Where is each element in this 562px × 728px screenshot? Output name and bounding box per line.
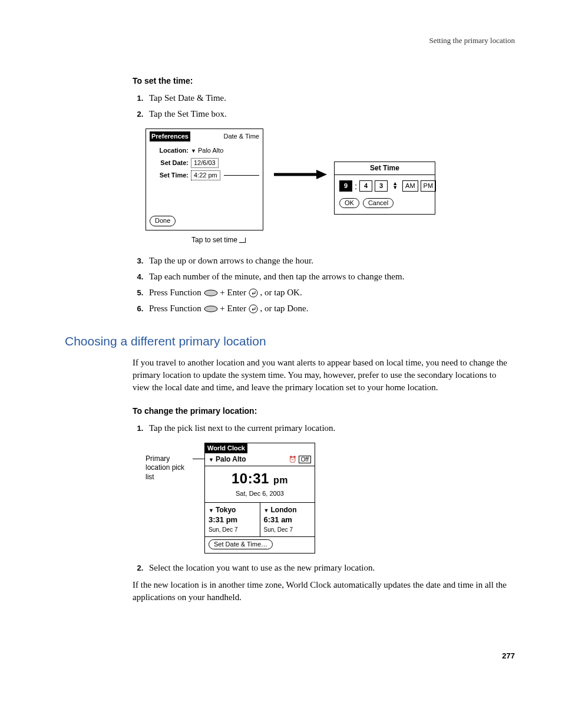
- function-key-icon: [204, 289, 218, 297]
- figure-caption: Tap to set time: [191, 235, 515, 245]
- minute-ones[interactable]: 3: [375, 180, 388, 192]
- setdate-label: Set Date:: [150, 159, 189, 167]
- city2-time: 6:31 am: [264, 515, 312, 525]
- step-2: Tap the Set Time box.: [146, 108, 515, 120]
- city1-picklist[interactable]: ▼ Tokyo: [209, 505, 256, 515]
- alarm-off[interactable]: ⏰ Off: [289, 455, 311, 464]
- step-1: Tap Set Date & Time.: [146, 92, 515, 104]
- step-1b: Tap the pick list next to the current pr…: [146, 422, 515, 434]
- pm-button[interactable]: PM: [421, 180, 437, 192]
- callout-label: Primary location pick list: [146, 454, 193, 482]
- step-6: Press Function + Enter , or tap Done.: [146, 302, 515, 315]
- world-clock-screen: World Clock ▼ Palo Alto ⏰ Off 10:31 pm S…: [204, 443, 315, 554]
- section2-para: If you travel to another location and yo…: [133, 357, 515, 394]
- primary-date: Sat, Dec 6, 2003: [205, 489, 315, 498]
- city2-date: Sun, Dec 7: [264, 526, 312, 534]
- minute-tens[interactable]: 4: [359, 180, 372, 192]
- cancel-button[interactable]: Cancel: [363, 198, 394, 208]
- preferences-screen: Preferences Date & Time Location: ▼ Palo…: [146, 129, 263, 230]
- settime-box[interactable]: 4:22 pm: [191, 170, 220, 180]
- enter-key-icon: [249, 304, 258, 314]
- dropdown-icon[interactable]: ▼: [191, 147, 196, 155]
- pointer-line: [224, 175, 259, 176]
- set-time-dialog: Set Time 9 : 4 3 ▲▼ AM PM OK Cancel: [334, 162, 435, 215]
- set-time-title: Set Time: [335, 162, 435, 175]
- figure-world-clock: Primary location pick list World Clock ▼…: [146, 443, 515, 554]
- city1-date: Sun, Dec 7: [209, 526, 256, 534]
- setdate-box[interactable]: 12/6/03: [191, 158, 219, 168]
- preferences-category[interactable]: Date & Time: [223, 132, 259, 141]
- step-4: Tap each number of the minute, and then …: [146, 271, 515, 283]
- hour-field[interactable]: 9: [339, 180, 352, 192]
- page-header-right: Setting the primary location: [65, 35, 515, 46]
- primary-time: 10:31 pm: [205, 469, 315, 489]
- svg-point-3: [249, 289, 257, 297]
- page-number: 277: [65, 651, 515, 661]
- location-value[interactable]: Palo Alto: [198, 146, 223, 155]
- location-label: Location:: [150, 146, 189, 155]
- section-title: Choosing a different primary location: [65, 332, 515, 350]
- arrow-icon: [274, 169, 327, 184]
- settime-label: Set Time:: [150, 171, 189, 180]
- figure-set-time: Preferences Date & Time Location: ▼ Palo…: [146, 129, 515, 230]
- svg-point-4: [204, 306, 217, 312]
- svg-point-2: [204, 290, 217, 296]
- svg-marker-1: [316, 170, 327, 179]
- step-2b: Select the location you want to use as t…: [146, 562, 515, 574]
- city2-picklist[interactable]: ▼ London: [264, 505, 312, 515]
- heading-set-time: To set the time:: [133, 75, 515, 87]
- city1-time: 3:31 pm: [209, 515, 256, 525]
- svg-point-5: [249, 305, 257, 313]
- colon: :: [355, 180, 357, 192]
- function-key-icon: [204, 305, 218, 312]
- am-button[interactable]: AM: [402, 180, 418, 192]
- step-5: Press Function + Enter , or tap OK.: [146, 286, 515, 299]
- section2-para2: If the new location is in another time z…: [133, 579, 515, 604]
- pointer-line: [193, 459, 204, 459]
- done-button[interactable]: Done: [150, 216, 176, 226]
- heading-change-location: To change the primary location:: [133, 406, 515, 417]
- world-clock-title: World Clock: [205, 443, 247, 453]
- enter-key-icon: [249, 288, 258, 298]
- ok-button[interactable]: OK: [339, 198, 359, 208]
- alarm-icon: ⏰: [289, 456, 297, 463]
- stepper-arrows-icon[interactable]: ▲▼: [392, 182, 398, 190]
- set-date-time-button[interactable]: Set Date & Time…: [209, 539, 273, 549]
- preferences-title: Preferences: [150, 131, 190, 141]
- step-3: Tap the up or down arrows to change the …: [146, 255, 515, 267]
- primary-location-picklist[interactable]: ▼ Palo Alto: [209, 454, 246, 465]
